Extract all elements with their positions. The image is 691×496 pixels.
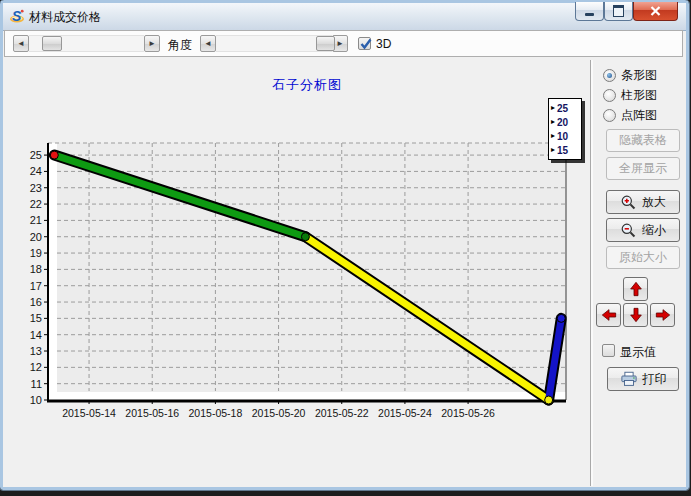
3d-checkbox[interactable] <box>358 37 371 50</box>
chart-plot: 101112131415161718192021222324252015-05-… <box>8 60 590 486</box>
x-tick-label: 2015-05-18 <box>189 407 243 419</box>
maximize-button[interactable] <box>604 2 633 21</box>
arrow-right-icon <box>655 307 671 323</box>
legend-item[interactable]: ▸ 20 <box>551 115 577 129</box>
y-tick-label: 21 <box>30 214 42 226</box>
position-scrollbar: ◄ ► <box>13 35 160 52</box>
y-tick-label: 12 <box>30 361 42 373</box>
radio-icon <box>603 109 616 122</box>
left-arrow-icon: ◄ <box>204 40 212 48</box>
minimize-button[interactable] <box>575 2 604 21</box>
right-arrow-icon: ► <box>336 40 344 48</box>
window-controls <box>575 2 678 21</box>
title-bar[interactable]: S 材料成交价格 <box>3 3 686 31</box>
legend-value: 15 <box>557 145 568 156</box>
move-right-button[interactable] <box>650 303 675 327</box>
y-tick-label: 23 <box>30 182 42 194</box>
printer-icon <box>620 371 638 387</box>
close-button[interactable] <box>633 2 678 21</box>
move-down-button[interactable] <box>623 303 648 327</box>
y-tick-label: 24 <box>30 165 42 177</box>
hide-table-label: 隐藏表格 <box>619 132 667 149</box>
legend-item[interactable]: ▸ 10 <box>551 129 577 143</box>
window-title: 材料成交价格 <box>29 9 101 26</box>
legend-value: 10 <box>557 131 568 142</box>
arrow-down-icon <box>628 307 644 323</box>
original-size-button[interactable]: 原始大小 <box>606 246 680 269</box>
x-tick-label: 2015-05-20 <box>252 407 306 419</box>
angle-label: 角度 <box>168 37 192 54</box>
y-tick-label: 25 <box>30 149 42 161</box>
radio-bar-chart[interactable]: 条形图 <box>603 68 657 83</box>
fullscreen-button[interactable]: 全屏显示 <box>606 157 680 180</box>
show-value-checkbox[interactable] <box>602 344 615 357</box>
app-window: S 材料成交价格 ◄ <box>0 0 689 490</box>
chart-legend: ▸ 25 ▸ 20 ▸ 10 ▸ 15 <box>548 98 582 160</box>
legend-value: 20 <box>557 117 568 128</box>
check-icon <box>359 37 373 51</box>
magnifier-minus-icon <box>620 222 637 239</box>
left-arrow-icon: ◄ <box>17 40 25 48</box>
zoom-out-button[interactable]: 缩小 <box>606 218 680 242</box>
radio-dot-chart[interactable]: 点阵图 <box>603 108 657 123</box>
y-tick-label: 17 <box>30 280 42 292</box>
angle-scroll-track[interactable] <box>216 35 332 52</box>
radio-dot-chart-label: 点阵图 <box>621 107 657 124</box>
minimize-icon <box>585 13 594 16</box>
app-icon[interactable]: S <box>9 8 25 24</box>
y-tick-label: 20 <box>30 231 42 243</box>
radio-column-chart[interactable]: 柱形图 <box>603 88 657 103</box>
y-tick-label: 15 <box>30 312 42 324</box>
x-tick-label: 2015-05-14 <box>62 407 116 419</box>
zoom-in-button[interactable]: 放大 <box>606 190 680 214</box>
x-tick-label: 2015-05-16 <box>125 407 179 419</box>
y-tick-label: 16 <box>30 296 42 308</box>
move-up-button[interactable] <box>623 277 648 301</box>
position-scroll-thumb[interactable] <box>42 36 62 51</box>
chart-panel: 石子分析图 1011121314151617181920212223242520… <box>8 60 591 486</box>
legend-marker-icon: ▸ <box>551 146 555 154</box>
radio-icon <box>603 69 616 82</box>
arrow-left-icon <box>601 307 617 323</box>
3d-checkbox-label: 3D <box>376 37 391 51</box>
radio-icon <box>603 89 616 102</box>
move-left-button[interactable] <box>596 303 621 327</box>
right-arrow-icon: ► <box>148 40 156 48</box>
y-tick-label: 13 <box>30 345 42 357</box>
legend-item[interactable]: ▸ 25 <box>551 101 577 115</box>
legend-marker-icon: ▸ <box>551 118 555 126</box>
y-tick-label: 14 <box>30 329 42 341</box>
svg-text:S: S <box>12 8 22 24</box>
maximize-icon <box>613 5 624 17</box>
zoom-out-label: 缩小 <box>642 222 666 239</box>
angle-scrollbar: ◄ ► <box>200 35 348 52</box>
position-scroll-left-button[interactable]: ◄ <box>13 35 29 52</box>
legend-marker-icon: ▸ <box>551 132 555 140</box>
x-tick-label: 2015-05-24 <box>378 407 432 419</box>
left-wall <box>49 143 57 400</box>
hide-table-button[interactable]: 隐藏表格 <box>606 129 680 152</box>
print-button[interactable]: 打印 <box>607 367 679 391</box>
y-tick-label: 18 <box>30 263 42 275</box>
toolbar: ◄ ► 角度 ◄ ► 3D <box>4 30 683 57</box>
data-point-marker <box>557 314 565 322</box>
legend-value: 25 <box>557 103 568 114</box>
legend-item[interactable]: ▸ 15 <box>551 143 577 157</box>
position-scroll-right-button[interactable]: ► <box>144 35 160 52</box>
data-point-marker <box>301 233 309 241</box>
print-label: 打印 <box>643 371 667 388</box>
x-tick-label: 2015-05-22 <box>315 407 369 419</box>
original-size-label: 原始大小 <box>619 249 667 266</box>
angle-scroll-left-button[interactable]: ◄ <box>200 35 216 52</box>
angle-scroll-thumb[interactable] <box>316 36 335 51</box>
legend-marker-icon: ▸ <box>551 104 555 112</box>
x-tick-label: 2015-05-26 <box>441 407 495 419</box>
y-tick-label: 22 <box>30 198 42 210</box>
position-scroll-track[interactable] <box>29 35 144 52</box>
radio-column-chart-label: 柱形图 <box>621 87 657 104</box>
arrow-up-icon <box>628 281 644 297</box>
data-point-marker <box>545 396 553 404</box>
radio-bar-chart-label: 条形图 <box>621 67 657 84</box>
y-tick-label: 11 <box>31 378 42 390</box>
data-point-marker <box>50 151 58 159</box>
